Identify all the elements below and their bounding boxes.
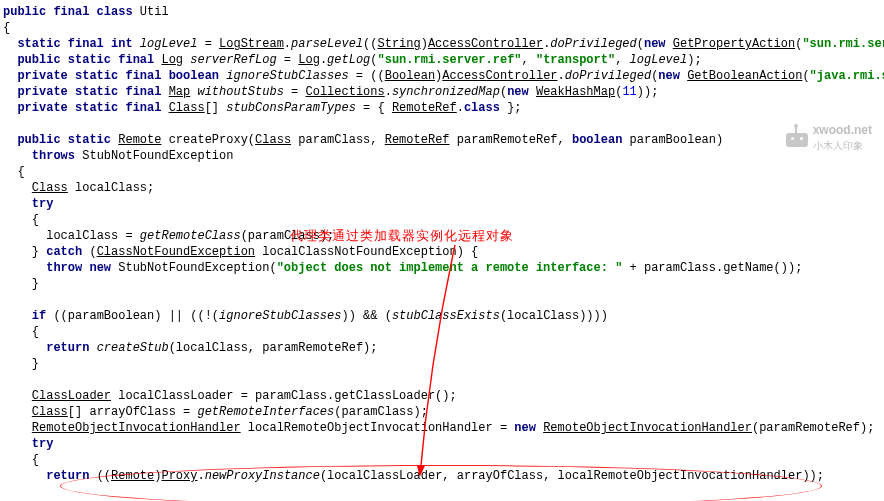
code-block: public final class Util { static final i… [0,0,884,488]
annotation-text: 代理类通过类加载器实例化远程对象 [290,228,514,244]
